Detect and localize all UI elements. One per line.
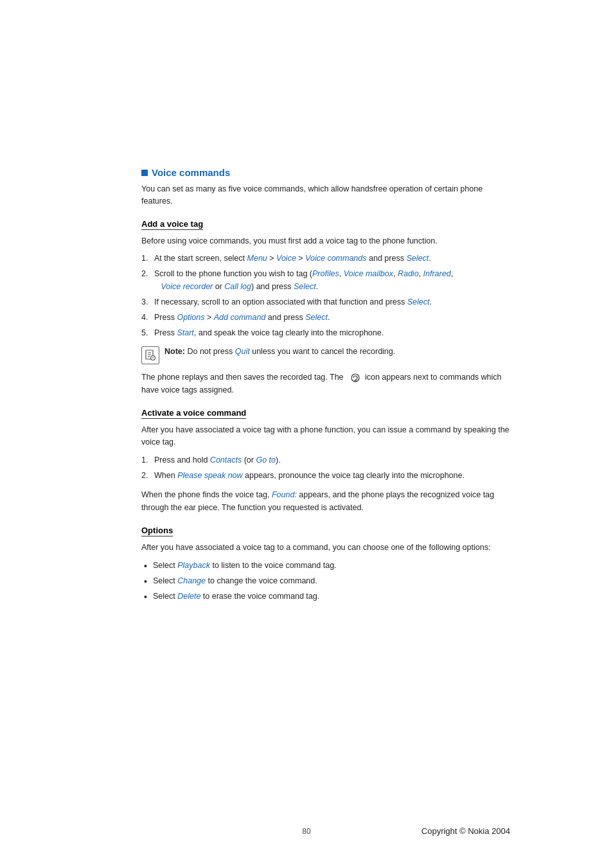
- playback-link: Playback: [177, 561, 210, 570]
- top-space: [141, 39, 510, 167]
- page: Voice commands You can set as many as fi…: [0, 0, 613, 868]
- note-box: Note: Do not press Quit unless you want …: [141, 346, 510, 364]
- found-link: Found:: [272, 490, 297, 499]
- note-text: Note: Do not press Quit unless you want …: [164, 346, 395, 358]
- section-title: Voice commands: [141, 167, 510, 178]
- note-icon: [141, 346, 159, 364]
- select-link-2: Select: [294, 282, 316, 291]
- activate-intro: After you have associated a voice tag wi…: [141, 424, 510, 448]
- option-delete: Select Delete to erase the voice command…: [141, 590, 510, 603]
- voice-recorder-link: Voice recorder: [161, 282, 213, 291]
- options-intro: After you have associated a voice tag to…: [141, 542, 510, 554]
- activate-step-1: 1. Press and hold Contacts (or Go to).: [141, 454, 510, 466]
- subsection-options: Options After you have associated a voic…: [141, 526, 510, 603]
- options-bullets: Select Playback to listen to the voice c…: [141, 559, 510, 603]
- voice-mailbox-link: Voice mailbox: [344, 269, 393, 278]
- subsection-title-activate: Activate a voice command: [141, 408, 510, 424]
- subsection-title-options: Options: [141, 526, 510, 542]
- page-title: Voice commands: [152, 167, 230, 178]
- footer-copyright: Copyright © Nokia 2004: [422, 826, 510, 836]
- go-to-link: Go to: [256, 456, 276, 465]
- page-number: 80: [302, 827, 310, 836]
- step-3: 3. If necessary, scroll to an option ass…: [141, 296, 510, 308]
- subsection-title-add-voice-tag: Add a voice tag: [141, 219, 510, 235]
- svg-point-6: [153, 357, 154, 357]
- profiles-link: Profiles: [312, 269, 339, 278]
- contacts-link: Contacts: [210, 456, 242, 465]
- select-link-3: Select: [407, 297, 430, 306]
- option-change: Select Change to change the voice comman…: [141, 574, 510, 587]
- document-icon: [144, 349, 157, 362]
- after-note-para: The phone replays and then saves the rec…: [141, 371, 510, 396]
- subsection-add-voice-tag: Add a voice tag Before using voice comma…: [141, 219, 510, 397]
- select-link-4: Select: [305, 313, 328, 322]
- quit-link: Quit: [235, 347, 250, 356]
- subsection-activate-voice-command: Activate a voice command After you have …: [141, 408, 510, 514]
- footer: 80: [302, 827, 310, 836]
- menu-link: Menu: [247, 254, 267, 263]
- select-link-1: Select: [406, 254, 429, 263]
- please-speak-now-link: Please speak now: [177, 471, 242, 480]
- step-5: 5. Press Start, and speak the voice tag …: [141, 326, 510, 339]
- infrared-link: Infrared: [423, 269, 451, 278]
- call-log-link: Call log: [224, 282, 251, 291]
- add-voice-tag-intro: Before using voice commands, you must fi…: [141, 235, 510, 247]
- step-1: 1. At the start screen, select Menu > Vo…: [141, 252, 510, 265]
- section-intro: You can set as many as five voice comman…: [141, 183, 510, 208]
- voice-link: Voice: [276, 254, 296, 263]
- delete-link: Delete: [177, 592, 200, 601]
- activate-steps: 1. Press and hold Contacts (or Go to). 2…: [141, 454, 510, 482]
- voice-commands-link: Voice commands: [305, 254, 366, 263]
- start-link: Start: [177, 328, 193, 337]
- option-playback: Select Playback to listen to the voice c…: [141, 559, 510, 572]
- note-label: Note:: [164, 347, 185, 356]
- radio-link: Radio: [398, 269, 419, 278]
- activate-closing: When the phone finds the voice tag, Foun…: [141, 488, 510, 514]
- step-2: 2. Scroll to the phone function you wish…: [141, 267, 510, 293]
- blue-square-icon: [141, 170, 148, 176]
- activate-step-2: 2. When Please speak now appears, pronou…: [141, 469, 510, 482]
- add-command-link: Add command: [214, 313, 266, 322]
- step-4: 4. Press Options > Add command and press…: [141, 311, 510, 324]
- options-link: Options: [177, 313, 204, 322]
- copyright-text: Copyright © Nokia 2004: [422, 826, 510, 836]
- add-voice-tag-steps: 1. At the start screen, select Menu > Vo…: [141, 252, 510, 339]
- change-link: Change: [177, 576, 206, 585]
- voice-tag-icon: [350, 373, 360, 383]
